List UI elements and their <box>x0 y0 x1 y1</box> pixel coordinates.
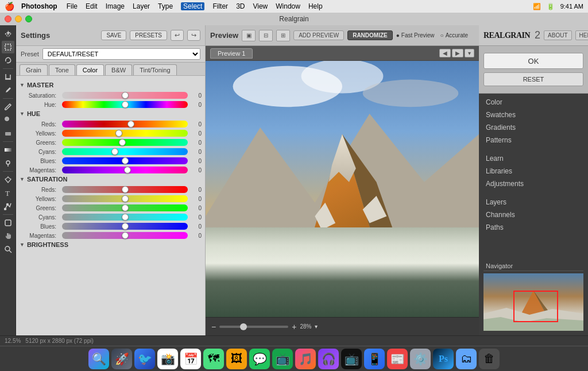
add-preview-button[interactable]: ADD PREVIEW <box>293 30 344 40</box>
tab-bw[interactable]: B&W <box>105 64 132 75</box>
nav-channels[interactable]: Channels <box>479 208 588 221</box>
preset-select[interactable]: DEFAULT/RESET <box>42 48 200 60</box>
dock-messages[interactable]: 💬 <box>249 349 270 369</box>
magentas-sat-thumb[interactable] <box>122 232 129 239</box>
zoom-dropdown-icon[interactable]: ▾ <box>315 323 318 330</box>
split-view-btn[interactable]: ⊟ <box>259 30 273 41</box>
nav-next[interactable]: ▶ <box>452 49 463 57</box>
cyans-sat-thumb[interactable] <box>122 214 129 221</box>
nav-gradients[interactable]: Gradients <box>479 121 588 134</box>
blues-hue-slider[interactable] <box>62 157 188 164</box>
tool-lasso[interactable] <box>2 54 14 67</box>
yellows-sat-slider[interactable] <box>62 195 188 202</box>
saturation-thumb[interactable] <box>122 92 129 99</box>
ok-button[interactable]: OK <box>483 53 583 69</box>
dock-news[interactable]: 📰 <box>387 349 408 369</box>
menu-help[interactable]: Help <box>308 2 323 10</box>
tool-gradient[interactable] <box>2 144 14 156</box>
tool-path-select[interactable] <box>2 200 14 212</box>
maximize-button[interactable] <box>25 16 32 22</box>
dock-trash[interactable]: 🗑 <box>479 349 500 369</box>
greens-hue-thumb[interactable] <box>119 139 126 146</box>
yellows-hue-slider[interactable] <box>62 130 188 137</box>
tool-eraser[interactable] <box>2 127 14 140</box>
dock-gallery[interactable]: 🖼 <box>226 349 247 369</box>
dual-view-btn[interactable]: ⊞ <box>276 30 290 41</box>
menu-view[interactable]: View <box>253 2 268 10</box>
tool-brush[interactable] <box>2 101 14 113</box>
yellows-sat-thumb[interactable] <box>122 195 129 202</box>
reds-hue-slider[interactable] <box>62 121 188 127</box>
dock-maps[interactable]: 🗺 <box>203 349 224 369</box>
dock-systemprefs[interactable]: ⚙️ <box>410 349 431 369</box>
fast-preview-radio[interactable]: ● Fast Preview <box>396 32 435 38</box>
tool-hand[interactable] <box>2 230 14 242</box>
tab-tint[interactable]: Tint/Toning <box>133 64 176 75</box>
magentas-hue-slider[interactable] <box>62 167 188 173</box>
menu-3d[interactable]: 3D <box>236 2 245 10</box>
yellows-hue-thumb[interactable] <box>115 130 122 137</box>
zoom-out-button[interactable]: − <box>211 322 216 331</box>
nav-patterns[interactable]: Patterns <box>479 134 588 146</box>
magentas-sat-slider[interactable] <box>62 232 188 239</box>
dock-appstore[interactable]: 📱 <box>364 349 385 369</box>
zoom-slider[interactable] <box>219 326 288 328</box>
dock-calendar[interactable]: 📅 <box>180 349 201 369</box>
tool-select-rect[interactable] <box>2 41 14 53</box>
presets-button[interactable]: PRESETS <box>130 30 167 40</box>
save-button[interactable]: SAVE <box>101 30 126 40</box>
tool-eyedropper[interactable] <box>2 84 14 96</box>
hue-section-header[interactable]: ▼ HUE <box>20 110 202 117</box>
dock-photos[interactable]: 📸 <box>157 349 178 369</box>
greens-sat-slider[interactable] <box>62 204 188 211</box>
hue-master-slider[interactable] <box>62 101 188 108</box>
greens-hue-slider[interactable] <box>62 139 188 146</box>
dock-ps[interactable]: Ps <box>433 349 454 369</box>
saturation-slider[interactable] <box>62 92 188 99</box>
dock-siri[interactable]: 🔍 <box>88 349 109 369</box>
nav-learn[interactable]: Learn <box>479 152 588 165</box>
zoom-slider-thumb[interactable] <box>240 323 247 330</box>
hue-master-thumb[interactable] <box>122 101 129 108</box>
reset-button[interactable]: RESET <box>483 72 583 86</box>
nav-paths[interactable]: Paths <box>479 221 588 234</box>
menu-filter[interactable]: Filter <box>212 2 228 10</box>
reds-sat-slider[interactable] <box>62 186 188 193</box>
menu-select[interactable]: Select <box>181 2 204 10</box>
menu-window[interactable]: Window <box>276 2 300 10</box>
magentas-hue-thumb[interactable] <box>124 167 131 173</box>
tool-crop[interactable] <box>2 71 14 83</box>
dock-files[interactable]: 🗂 <box>456 349 477 369</box>
menu-layer[interactable]: Layer <box>133 2 150 10</box>
tab-grain[interactable]: Grain <box>20 64 48 75</box>
dock-podcasts[interactable]: 🎧 <box>318 349 339 369</box>
blues-sat-slider[interactable] <box>62 223 188 230</box>
zoom-in-button[interactable]: + <box>292 322 296 331</box>
blues-hue-thumb[interactable] <box>122 157 129 164</box>
cyans-hue-slider[interactable] <box>62 148 188 155</box>
undo-button[interactable]: ↩ <box>171 30 184 41</box>
tool-text[interactable]: T <box>2 187 14 199</box>
tool-shape[interactable] <box>2 217 14 229</box>
saturation-section-header[interactable]: ▼ SATURATION <box>20 176 202 183</box>
minimize-button[interactable] <box>15 16 22 22</box>
accurate-radio[interactable]: ○ Accurate <box>440 32 469 38</box>
close-button[interactable] <box>5 16 11 22</box>
tab-tone[interactable]: Tone <box>49 64 75 75</box>
menu-image[interactable]: Image <box>106 2 125 10</box>
reds-sat-thumb[interactable] <box>122 186 129 193</box>
cyans-sat-slider[interactable] <box>62 214 188 221</box>
nav-adjustments[interactable]: Adjustments <box>479 177 588 190</box>
tool-dodge[interactable] <box>2 157 14 169</box>
help-button[interactable]: HELP <box>575 30 588 40</box>
blues-sat-thumb[interactable] <box>122 223 129 230</box>
greens-sat-thumb[interactable] <box>122 204 129 211</box>
nav-libraries[interactable]: Libraries <box>479 165 588 177</box>
about-button[interactable]: ABOUT <box>544 30 571 40</box>
nav-swatches[interactable]: Swatches <box>479 109 588 121</box>
preview-tab-1[interactable]: Preview 1 <box>210 48 253 59</box>
master-section-header[interactable]: ▼ MASTER <box>20 82 202 88</box>
randomize-button[interactable]: RANDOMIZE <box>347 30 393 40</box>
nav-color[interactable]: Color <box>479 96 588 109</box>
dock-music[interactable]: 🎵 <box>295 349 316 369</box>
